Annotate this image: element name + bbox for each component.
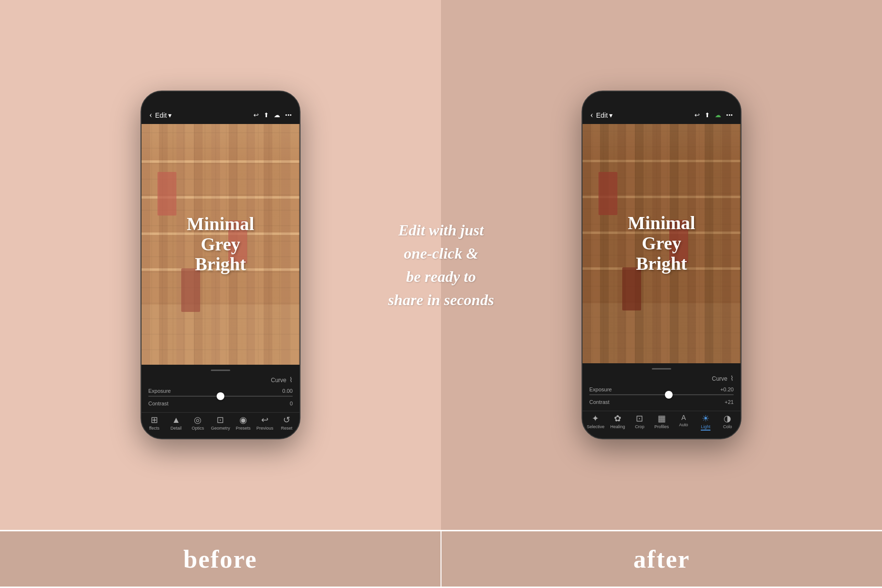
- toolbar-optics-left[interactable]: ◎ Optics: [189, 416, 206, 431]
- auto-icon-right: A: [681, 414, 686, 421]
- toolbar-detail-left[interactable]: ▲ Detail: [167, 416, 185, 431]
- notch-right: [628, 92, 695, 105]
- selective-icon-right: ✦: [592, 414, 599, 423]
- previous-icon-left: ↩: [261, 416, 268, 424]
- toolbar-profiles-right[interactable]: ▦ Profiles: [653, 414, 670, 429]
- curve-row-right: Curve ⌇: [589, 374, 734, 383]
- toolbar-light-right[interactable]: ☀ Light: [697, 414, 714, 431]
- exposure-thumb-left[interactable]: [217, 392, 224, 400]
- toolbar-reset-left[interactable]: ↺ Reset: [278, 416, 296, 431]
- phone-right: ‹ Edit ▾ ↩ ⬆ ☁ •••: [582, 91, 741, 439]
- toolbar-previous-left[interactable]: ↩ Previous: [256, 416, 274, 431]
- share-icon-right[interactable]: ⬆: [705, 111, 710, 119]
- undo-icon-right[interactable]: ↩: [694, 111, 700, 119]
- contrast-row-left: Contrast 0: [148, 401, 293, 406]
- toolbar-presets-left[interactable]: ◉ Presets: [235, 416, 252, 431]
- after-label-container: after: [441, 530, 882, 588]
- curve-row-left: Curve ⌇: [148, 376, 293, 384]
- back-icon-right[interactable]: ‹: [590, 110, 593, 120]
- right-panel: ‹ Edit ▾ ↩ ⬆ ☁ •••: [441, 0, 882, 530]
- exposure-slider-right[interactable]: [589, 394, 734, 395]
- notch-left: [187, 92, 254, 105]
- exposure-row-left: Exposure 0.00: [148, 388, 293, 397]
- toolbar-effects-left[interactable]: ⊞ ffects: [145, 416, 163, 431]
- light-icon-right: ☀: [702, 414, 709, 423]
- color-icon-right: ◑: [724, 414, 731, 423]
- before-label-container: before: [0, 530, 441, 588]
- contrast-row-right: Contrast +21: [589, 399, 734, 405]
- effects-icon-left: ⊞: [151, 416, 158, 424]
- edit-label-left: Edit ▾: [155, 111, 172, 119]
- toolbar-auto-right[interactable]: A Auto: [675, 414, 693, 427]
- optics-icon-left: ◎: [194, 416, 202, 424]
- toolbar-color-right[interactable]: ◑ Colo: [719, 414, 736, 429]
- profiles-icon-right: ▦: [658, 414, 666, 423]
- edit-controls-right: Curve ⌇ Exposure +0.20: [583, 363, 740, 411]
- undo-icon-left[interactable]: ↩: [253, 111, 259, 119]
- toolbar-crop-right[interactable]: ⊡ Crop: [631, 414, 648, 429]
- crop-icon-right: ⊡: [636, 414, 643, 423]
- presets-icon-left: ◉: [239, 416, 247, 424]
- geometry-icon-left: ⊡: [217, 416, 224, 424]
- scroll-indicator-left: [211, 370, 230, 371]
- cloud-icon-right[interactable]: ☁: [715, 111, 721, 119]
- detail-icon-left: ▲: [172, 416, 180, 424]
- phone-left: ‹ Edit ▾ ↩ ⬆ ☁ •••: [141, 91, 300, 439]
- photo-left: Minimal Grey Bright: [142, 124, 299, 365]
- after-label: after: [633, 545, 690, 573]
- bottom-strip: before after: [0, 530, 882, 588]
- reset-icon-left: ↺: [283, 416, 290, 424]
- curve-icon-right[interactable]: ⌇: [730, 374, 734, 383]
- center-tagline: Edit with just one-click & be ready to s…: [378, 218, 504, 311]
- edit-controls-left: Curve ⌇ Exposure 0.00: [142, 365, 299, 412]
- toolbar-selective-right[interactable]: ✦ Selective: [587, 414, 605, 429]
- exposure-thumb-right[interactable]: [665, 391, 673, 399]
- exposure-row-right: Exposure +0.20: [589, 387, 734, 395]
- before-label: before: [183, 545, 257, 573]
- back-icon-left[interactable]: ‹: [149, 110, 152, 120]
- overlay-text-right: Minimal Grey Bright: [583, 124, 740, 363]
- photo-right: Minimal Grey Bright: [583, 124, 740, 363]
- scroll-indicator-right: [652, 368, 671, 370]
- toolbar-healing-right[interactable]: ✿ Healing: [609, 414, 627, 429]
- bottom-toolbar-left: ⊞ ffects ▲ Detail ◎ Optics ⊡ Geometry: [142, 412, 299, 438]
- toolbar-geometry-left[interactable]: ⊡ Geometry: [211, 416, 230, 431]
- curve-icon-left[interactable]: ⌇: [289, 376, 293, 384]
- exposure-slider-left[interactable]: [148, 396, 293, 397]
- more-icon-right[interactable]: •••: [726, 111, 733, 119]
- bottom-toolbar-right: ✦ Selective ✿ Healing ⊡ Crop ▦ Profiles: [583, 411, 740, 438]
- edit-label-right: Edit ▾: [596, 111, 613, 119]
- more-icon-left[interactable]: •••: [285, 111, 292, 119]
- overlay-text-left: Minimal Grey Bright: [142, 124, 299, 365]
- share-icon-left[interactable]: ⬆: [264, 111, 269, 119]
- healing-icon-right: ✿: [614, 414, 621, 423]
- cloud-icon-left[interactable]: ☁: [274, 111, 280, 119]
- left-panel: ‹ Edit ▾ ↩ ⬆ ☁ •••: [0, 0, 441, 530]
